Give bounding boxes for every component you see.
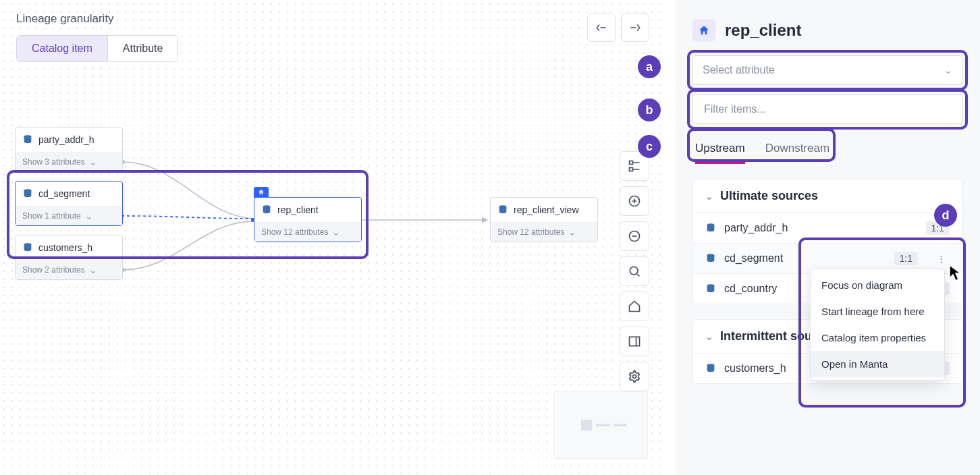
chevron-down-icon: ⌄ (568, 227, 576, 238)
database-icon (497, 204, 508, 215)
node-expand[interactable]: Show 1 attribute⌄ (16, 206, 122, 225)
database-icon (22, 188, 33, 199)
database-icon (261, 204, 272, 215)
node-cd-segment[interactable]: cd_segment Show 1 attribute⌄ (15, 181, 123, 226)
svg-point-13 (630, 267, 638, 275)
canvas-toolbar (620, 151, 649, 391)
home-badge (254, 187, 269, 198)
database-icon (22, 134, 33, 145)
node-expand[interactable]: Show 12 attributes⌄ (491, 222, 597, 242)
filter-input[interactable] (703, 103, 952, 116)
chevron-down-icon: ⌄ (705, 191, 713, 202)
node-rep-client-view[interactable]: rep_client_view Show 12 attributes⌄ (490, 197, 598, 242)
chevron-down-icon: ⌄ (944, 65, 952, 76)
fit-button[interactable] (620, 256, 649, 286)
sidebar-title: rep_client (725, 21, 801, 40)
svg-point-15 (633, 375, 636, 379)
group-toggle[interactable]: ⌄Ultimate sources (693, 179, 962, 213)
row-context-menu: Focus on diagram Start lineage from here… (810, 269, 945, 381)
database-icon (705, 363, 716, 374)
settings-button[interactable] (620, 362, 649, 391)
tab-upstream[interactable]: Upstream (695, 138, 745, 164)
ctx-start-lineage[interactable]: Start lineage from here (811, 298, 944, 325)
database-icon (705, 283, 716, 294)
node-expand[interactable]: Show 12 attributes⌄ (254, 222, 361, 242)
granularity-attribute[interactable]: Attribute (107, 36, 178, 61)
svg-rect-14 (630, 337, 640, 345)
svg-rect-9 (630, 161, 633, 165)
row-more-button[interactable]: ⋮ (933, 252, 950, 265)
details-sidebar: rep_client Select attribute ⌄ Upstream D… (675, 0, 980, 475)
svg-rect-10 (630, 168, 633, 171)
home-icon (698, 24, 710, 36)
database-icon (22, 242, 33, 253)
database-icon (705, 223, 716, 233)
direction-toolbar (587, 13, 649, 42)
attribute-select[interactable]: Select attribute ⌄ (692, 55, 962, 85)
minimap[interactable] (553, 391, 648, 459)
node-rep-client[interactable]: rep_client Show 12 attributes⌄ (254, 197, 362, 242)
node-party-addr-h[interactable]: party_addr_h Show 3 attributes⌄ (15, 127, 123, 172)
chevron-down-icon: ⌄ (89, 157, 97, 167)
expand-downstream-button[interactable] (621, 13, 649, 42)
source-row[interactable]: party_addr_h 1:1 (693, 213, 962, 243)
panel-button[interactable] (620, 327, 649, 356)
home-icon (258, 189, 265, 196)
ratio-badge: 1:1 (894, 252, 918, 265)
granularity-catalog-item[interactable]: Catalog item (17, 36, 107, 61)
layout-button[interactable] (620, 151, 649, 181)
filter-input-wrap (692, 94, 962, 124)
expand-upstream-button[interactable] (587, 13, 616, 42)
chevron-down-icon: ⌄ (332, 227, 340, 238)
ctx-properties[interactable]: Catalog item properties (811, 325, 944, 351)
zoom-in-button[interactable] (620, 186, 649, 216)
chevron-down-icon: ⌄ (705, 331, 713, 342)
node-customers-h[interactable]: customers_h Show 2 attributes⌄ (15, 235, 123, 280)
node-expand[interactable]: Show 3 attributes⌄ (16, 152, 122, 171)
tab-downstream[interactable]: Downstream (765, 138, 829, 164)
granularity-heading: Lineage granularity (16, 12, 114, 26)
chevron-down-icon: ⌄ (89, 264, 97, 275)
ctx-open-manta[interactable]: Open in Manta (811, 351, 944, 377)
home-button[interactable] (620, 291, 649, 321)
direction-tabs: Upstream Downstream (692, 138, 832, 164)
granularity-toggle: Catalog item Attribute (16, 35, 178, 62)
chevron-down-icon: ⌄ (85, 211, 93, 221)
ctx-focus[interactable]: Focus on diagram (811, 272, 944, 298)
zoom-out-button[interactable] (620, 221, 649, 251)
database-icon (705, 253, 716, 264)
node-expand[interactable]: Show 2 attributes⌄ (16, 260, 122, 279)
ratio-badge: 1:1 (926, 221, 950, 235)
home-indicator (692, 19, 715, 42)
